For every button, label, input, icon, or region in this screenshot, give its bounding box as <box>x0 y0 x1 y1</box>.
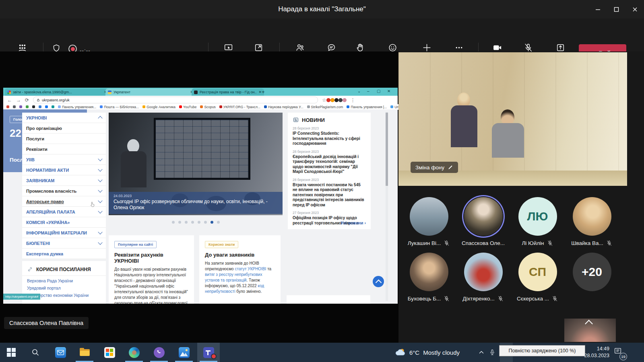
browser-menu-chevron-icon[interactable]: ⌄ <box>357 89 361 93</box>
lock-icon <box>37 99 40 102</box>
extension-icon[interactable] <box>334 98 339 102</box>
weather-widget[interactable]: 6°C Mostly cloudy <box>394 343 460 362</box>
browser-tab[interactable]: Укрпатент ✕ <box>105 88 196 96</box>
news-item[interactable]: 28 березня 2023 Втрата чинності постанов… <box>293 178 366 208</box>
kebab-menu-icon[interactable]: ⋮ <box>351 97 355 103</box>
browser-tab[interactable]: звіти - spasskova.elena.1990@gm... ✕ <box>5 88 109 96</box>
browser-close-icon[interactable]: ✕ <box>387 89 390 93</box>
taskbar-photos-app[interactable] <box>173 343 195 362</box>
bookmark-label: Пошта — Бібліотека... <box>104 105 139 109</box>
chevron-up-icon <box>585 320 593 328</box>
participant-tile[interactable]: Лукашин Ві... <box>402 197 456 247</box>
participant-tile[interactable]: Буховець Б... <box>402 253 456 302</box>
new-tab-button[interactable]: + <box>262 89 265 95</box>
participant-tile[interactable]: Діхтяренко... <box>456 253 510 302</box>
news-item[interactable]: 28 березня 2023 IP Connecting Students: … <box>293 126 366 146</box>
bookmark-favicon[interactable] <box>13 105 16 108</box>
carousel-dot[interactable] <box>198 221 200 224</box>
meeting-room-video[interactable]: Зміна фону <box>398 52 627 186</box>
news-item[interactable]: 28 березня 2023 Європейський досвід інно… <box>293 150 366 175</box>
bookmark-favicon[interactable] <box>6 105 9 108</box>
bookmark-item[interactable]: Google Аналитика <box>142 105 175 109</box>
collapsed-video-thumbnail[interactable] <box>564 319 616 342</box>
extension-icon[interactable] <box>339 98 343 102</box>
forward-icon[interactable]: → <box>16 97 21 103</box>
sidebar-menu-item[interactable]: Експертна думка <box>22 249 106 259</box>
bookmark-item[interactable]: Наукова періодика У... <box>264 105 303 109</box>
maximize-button[interactable] <box>607 0 625 19</box>
know-card[interactable]: Корисно знати До уваги заявників На запи… <box>199 235 281 304</box>
browser-minimize-icon[interactable]: – <box>367 89 369 93</box>
scrollbar-thumb[interactable] <box>386 113 388 186</box>
taskbar-store-app[interactable] <box>98 343 121 362</box>
taskbar-viber-app[interactable] <box>148 343 170 362</box>
start-button[interactable] <box>0 343 23 362</box>
sidebar-menu-item[interactable]: УКРНОІВІ <box>22 113 106 123</box>
participant-tile[interactable]: +20 <box>565 253 619 302</box>
back-icon[interactable]: ← <box>7 97 12 103</box>
bookmark-item[interactable]: УКРЛІТ.ORG - Трансл... <box>219 105 260 109</box>
profile-avatar[interactable] <box>343 98 347 102</box>
sidebar-menu-item[interactable]: КОМІСІЯ «УКРАЇНА» <box>22 217 106 228</box>
refresh-icon[interactable]: ⟳ <box>25 97 29 103</box>
bookmark-favicon[interactable] <box>26 105 29 108</box>
bookmark-star-icon[interactable]: ☆ <box>322 97 326 103</box>
sidebar-menu-item[interactable]: Послуги <box>22 134 106 144</box>
taskbar-explorer-app[interactable] <box>73 343 96 362</box>
taskbar-mail-app[interactable] <box>49 343 72 362</box>
bookmark-item[interactable]: YouTube <box>179 105 196 109</box>
page-scrollbar[interactable] <box>386 112 388 301</box>
change-background-button[interactable]: Зміна фону <box>411 162 458 173</box>
bookmark-item[interactable]: StrikePlagiarism.com <box>307 105 343 109</box>
browser-tab[interactable]: Реєстрація права на твір - Гід он... ✕ <box>192 88 264 96</box>
address-bar[interactable]: ukrpatent.org/uk <box>33 97 318 103</box>
close-button[interactable] <box>625 0 644 19</box>
useful-link[interactable]: Верховна Рада України <box>22 276 106 283</box>
action-center-button[interactable]: 19 <box>613 347 625 358</box>
extension-icon[interactable] <box>326 98 330 102</box>
carousel-dot[interactable] <box>178 221 181 224</box>
browser-maximize-icon[interactable]: ▢ <box>377 89 380 93</box>
carousel-dot[interactable] <box>185 221 188 224</box>
popular-card[interactable]: Популярне на сайті Реквізити рахунків УК… <box>109 235 194 304</box>
carousel-dot[interactable] <box>191 221 194 224</box>
bookmark-favicon[interactable] <box>39 105 41 108</box>
carousel-dot[interactable] <box>211 221 213 224</box>
carousel-dot[interactable] <box>172 221 175 224</box>
bookmark-item[interactable]: Панель управления |... <box>347 105 387 109</box>
participant-tile[interactable]: Спасскова Оле... <box>456 197 510 247</box>
sidebar-menu-item[interactable]: Про організацію <box>22 123 106 134</box>
tab-close-icon[interactable]: ✕ <box>258 90 262 94</box>
carousel[interactable]: 24.03.2023 Сьогодні IP офіс розвернувся … <box>109 113 283 215</box>
participant-tile[interactable]: Швайка Ва... <box>565 197 619 247</box>
bookmark-favicon[interactable] <box>45 105 48 108</box>
taskbar-teams-app[interactable] <box>197 343 220 362</box>
taskbar-edge-app[interactable] <box>123 343 145 362</box>
tray-chevron-button[interactable] <box>478 343 485 362</box>
sidebar-menu-item[interactable]: БЮЛЕТЕНІ <box>22 238 106 249</box>
sidebar-menu-item[interactable]: УІІВ <box>22 154 106 165</box>
sidebar-menu-item[interactable]: Реквізити <box>22 144 106 154</box>
sidebar-menu-item[interactable]: НОРМАТИВНІ АКТИ <box>22 165 106 175</box>
extension-icon[interactable] <box>330 98 334 102</box>
bookmark-favicon[interactable] <box>19 105 22 108</box>
bookmark-favicon[interactable] <box>32 105 35 108</box>
bookmark-item[interactable]: Пошта — Бібліотека... <box>100 105 139 109</box>
carousel-dot[interactable] <box>217 221 220 224</box>
sidebar-menu-item[interactable]: Промислова власність <box>22 186 106 196</box>
bookmark-favicon[interactable] <box>52 105 54 108</box>
bookmark-item[interactable]: Панель управления... <box>58 105 96 109</box>
taskbar-search-button[interactable] <box>24 343 47 362</box>
bookmark-item[interactable]: Scopus <box>200 105 215 109</box>
carousel-dot[interactable] <box>204 221 207 224</box>
sidebar-menu-item[interactable]: ІНФОРМАЦІЙНІ МАТЕРІАЛИ <box>22 228 106 238</box>
sidebar-menu-item[interactable]: АПЕЛЯЦІЙНА ПАЛАТА <box>22 207 106 217</box>
scroll-to-top-button[interactable] <box>373 276 384 287</box>
participant-tile[interactable]: ЛЮ Лі Юйлін <box>510 197 565 247</box>
useful-link[interactable]: Урядовий портал <box>22 283 106 290</box>
tray-mic-button[interactable] <box>489 343 496 362</box>
all-news-link[interactable]: Усі новини › <box>341 220 366 225</box>
sidebar-menu-item[interactable]: ЗАЯВНИКАМ <box>22 175 106 186</box>
participant-tile[interactable]: СП Сєкерська ... <box>510 253 565 302</box>
minimize-button[interactable] <box>588 0 607 19</box>
